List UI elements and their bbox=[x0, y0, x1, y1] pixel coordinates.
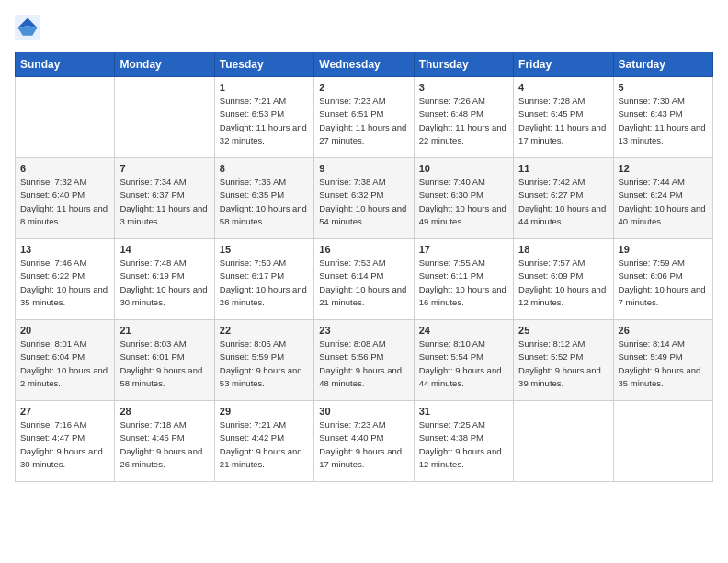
daylight-text: Daylight: 11 hours and 22 minutes. bbox=[419, 122, 506, 145]
daylight-text: Daylight: 10 hours and 12 minutes. bbox=[518, 284, 606, 307]
daylight-text: Daylight: 9 hours and 17 minutes. bbox=[319, 446, 402, 469]
sunrise-text: Sunrise: 7:42 AM bbox=[518, 177, 585, 187]
calendar-cell: 30Sunrise: 7:23 AMSunset: 4:40 PMDayligh… bbox=[314, 401, 414, 482]
calendar-cell: 19Sunrise: 7:59 AMSunset: 6:06 PMDayligh… bbox=[613, 239, 712, 320]
sunrise-text: Sunrise: 8:05 AM bbox=[220, 339, 286, 349]
daylight-text: Daylight: 9 hours and 35 minutes. bbox=[619, 365, 701, 388]
sunset-text: Sunset: 6:30 PM bbox=[419, 190, 483, 200]
calendar-cell: 14Sunrise: 7:48 AMSunset: 6:19 PMDayligh… bbox=[115, 239, 214, 320]
calendar-cell: 21Sunrise: 8:03 AMSunset: 6:01 PMDayligh… bbox=[115, 320, 214, 401]
sunset-text: Sunset: 4:38 PM bbox=[419, 432, 483, 442]
sunset-text: Sunset: 6:37 PM bbox=[119, 190, 184, 200]
day-number: 21 bbox=[119, 325, 209, 336]
daylight-text: Daylight: 9 hours and 26 minutes. bbox=[119, 446, 202, 469]
sunset-text: Sunset: 6:27 PM bbox=[518, 190, 583, 200]
calendar-cell: 15Sunrise: 7:50 AMSunset: 6:17 PMDayligh… bbox=[214, 239, 313, 320]
day-number: 27 bbox=[20, 406, 109, 417]
sunrise-text: Sunrise: 7:23 AM bbox=[319, 419, 385, 430]
sunset-text: Sunset: 6:35 PM bbox=[220, 190, 284, 200]
day-info: Sunrise: 7:26 AMSunset: 6:48 PMDaylight:… bbox=[419, 95, 508, 147]
day-number: 13 bbox=[20, 244, 109, 255]
day-info: Sunrise: 7:32 AMSunset: 6:40 PMDaylight:… bbox=[20, 176, 109, 228]
daylight-text: Daylight: 11 hours and 17 minutes. bbox=[518, 122, 606, 145]
daylight-text: Daylight: 11 hours and 8 minutes. bbox=[20, 203, 108, 226]
daylight-text: Daylight: 9 hours and 53 minutes. bbox=[220, 365, 302, 388]
day-info: Sunrise: 7:57 AMSunset: 6:09 PMDaylight:… bbox=[518, 257, 608, 309]
calendar-cell: 11Sunrise: 7:42 AMSunset: 6:27 PMDayligh… bbox=[514, 158, 613, 239]
day-number: 9 bbox=[319, 163, 408, 174]
calendar-week-row: 27Sunrise: 7:16 AMSunset: 4:47 PMDayligh… bbox=[16, 401, 713, 482]
daylight-text: Daylight: 9 hours and 44 minutes. bbox=[419, 365, 502, 388]
sunrise-text: Sunrise: 7:21 AM bbox=[220, 96, 286, 106]
calendar-cell: 26Sunrise: 8:14 AMSunset: 5:49 PMDayligh… bbox=[613, 320, 712, 401]
calendar-cell: 7Sunrise: 7:34 AMSunset: 6:37 PMDaylight… bbox=[115, 158, 214, 239]
day-info: Sunrise: 8:10 AMSunset: 5:54 PMDaylight:… bbox=[419, 338, 508, 390]
day-info: Sunrise: 7:42 AMSunset: 6:27 PMDaylight:… bbox=[518, 176, 608, 228]
calendar-cell: 27Sunrise: 7:16 AMSunset: 4:47 PMDayligh… bbox=[16, 401, 115, 482]
sunset-text: Sunset: 4:42 PM bbox=[220, 432, 284, 442]
calendar-cell: 8Sunrise: 7:36 AMSunset: 6:35 PMDaylight… bbox=[214, 158, 313, 239]
sunrise-text: Sunrise: 7:32 AM bbox=[20, 177, 86, 187]
sunrise-text: Sunrise: 7:59 AM bbox=[619, 258, 685, 268]
day-info: Sunrise: 7:48 AMSunset: 6:19 PMDaylight:… bbox=[119, 257, 209, 309]
day-info: Sunrise: 7:30 AMSunset: 6:43 PMDaylight:… bbox=[619, 95, 708, 147]
day-number: 2 bbox=[319, 82, 408, 93]
day-info: Sunrise: 7:46 AMSunset: 6:22 PMDaylight:… bbox=[20, 257, 109, 309]
daylight-text: Daylight: 10 hours and 21 minutes. bbox=[319, 284, 406, 307]
logo bbox=[15, 15, 44, 40]
day-header: Saturday bbox=[613, 52, 712, 77]
sunrise-text: Sunrise: 8:03 AM bbox=[119, 339, 186, 349]
day-number: 19 bbox=[619, 244, 708, 255]
daylight-text: Daylight: 10 hours and 16 minutes. bbox=[419, 284, 506, 307]
day-number: 26 bbox=[619, 325, 708, 336]
day-number: 3 bbox=[419, 82, 508, 93]
day-info: Sunrise: 7:23 AMSunset: 4:40 PMDaylight:… bbox=[319, 419, 408, 471]
sunset-text: Sunset: 6:48 PM bbox=[419, 109, 483, 119]
day-info: Sunrise: 7:53 AMSunset: 6:14 PMDaylight:… bbox=[319, 257, 408, 309]
day-number: 12 bbox=[619, 163, 708, 174]
day-number: 20 bbox=[20, 325, 109, 336]
calendar-cell: 29Sunrise: 7:21 AMSunset: 4:42 PMDayligh… bbox=[214, 401, 313, 482]
day-info: Sunrise: 7:21 AMSunset: 6:53 PMDaylight:… bbox=[220, 95, 309, 147]
day-number: 10 bbox=[419, 163, 508, 174]
day-info: Sunrise: 7:21 AMSunset: 4:42 PMDaylight:… bbox=[220, 419, 309, 471]
day-number: 1 bbox=[220, 82, 309, 93]
calendar-cell: 12Sunrise: 7:44 AMSunset: 6:24 PMDayligh… bbox=[613, 158, 712, 239]
sunrise-text: Sunrise: 7:44 AM bbox=[619, 177, 685, 187]
calendar-cell: 16Sunrise: 7:53 AMSunset: 6:14 PMDayligh… bbox=[314, 239, 414, 320]
calendar-cell bbox=[613, 401, 712, 482]
sunset-text: Sunset: 4:40 PM bbox=[319, 432, 383, 442]
day-number: 7 bbox=[119, 163, 209, 174]
day-number: 8 bbox=[220, 163, 309, 174]
daylight-text: Daylight: 10 hours and 2 minutes. bbox=[20, 365, 108, 388]
day-number: 28 bbox=[119, 406, 209, 417]
daylight-text: Daylight: 10 hours and 40 minutes. bbox=[619, 203, 706, 226]
sunrise-text: Sunrise: 7:55 AM bbox=[419, 258, 485, 268]
calendar-cell: 25Sunrise: 8:12 AMSunset: 5:52 PMDayligh… bbox=[514, 320, 613, 401]
calendar-cell: 23Sunrise: 8:08 AMSunset: 5:56 PMDayligh… bbox=[314, 320, 414, 401]
sunrise-text: Sunrise: 7:53 AM bbox=[319, 258, 385, 268]
sunrise-text: Sunrise: 7:28 AM bbox=[518, 96, 585, 106]
calendar-cell: 9Sunrise: 7:38 AMSunset: 6:32 PMDaylight… bbox=[314, 158, 414, 239]
day-number: 11 bbox=[518, 163, 608, 174]
sunrise-text: Sunrise: 7:38 AM bbox=[319, 177, 385, 187]
sunrise-text: Sunrise: 7:18 AM bbox=[119, 419, 186, 430]
sunrise-text: Sunrise: 8:01 AM bbox=[20, 339, 86, 349]
day-header: Tuesday bbox=[214, 52, 313, 77]
day-info: Sunrise: 7:50 AMSunset: 6:17 PMDaylight:… bbox=[220, 257, 309, 309]
daylight-text: Daylight: 10 hours and 58 minutes. bbox=[220, 203, 307, 226]
day-number: 16 bbox=[319, 244, 408, 255]
sunset-text: Sunset: 6:11 PM bbox=[419, 270, 483, 281]
sunset-text: Sunset: 5:52 PM bbox=[518, 351, 583, 362]
daylight-text: Daylight: 11 hours and 27 minutes. bbox=[319, 122, 406, 145]
sunset-text: Sunset: 6:51 PM bbox=[319, 109, 383, 119]
calendar-cell bbox=[514, 401, 613, 482]
day-header: Sunday bbox=[16, 52, 115, 77]
day-number: 15 bbox=[220, 244, 309, 255]
daylight-text: Daylight: 10 hours and 35 minutes. bbox=[20, 284, 108, 307]
sunset-text: Sunset: 6:04 PM bbox=[20, 351, 85, 362]
day-info: Sunrise: 7:16 AMSunset: 4:47 PMDaylight:… bbox=[20, 419, 109, 471]
sunset-text: Sunset: 6:06 PM bbox=[619, 270, 683, 281]
daylight-text: Daylight: 9 hours and 21 minutes. bbox=[220, 446, 302, 469]
daylight-text: Daylight: 11 hours and 3 minutes. bbox=[119, 203, 207, 226]
